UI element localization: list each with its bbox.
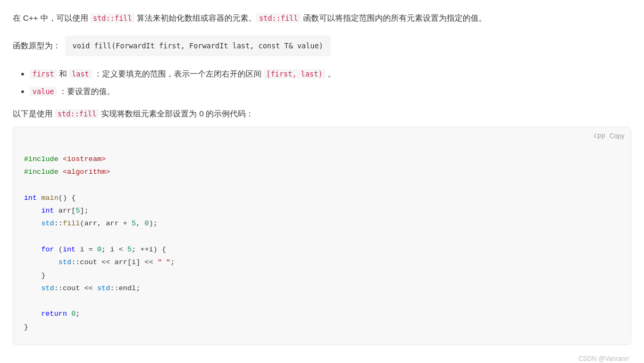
csdn-watermark: CSDN @Vanranrr — [13, 353, 631, 363]
main-content: 在 C++ 中，可以使用 std::fill 算法来初始化数组或容器的元素。st… — [13, 11, 631, 363]
example-intro: 以下是使用 std::fill 实现将数组元素全部设置为 0 的示例代码： — [13, 107, 631, 121]
stdfill-inline-2: std::fill — [256, 13, 300, 23]
param-first-code: first — [30, 69, 57, 79]
func-prototype-label: 函数原型为： void fill(ForwardIt first, Forwar… — [13, 33, 631, 63]
func-sig: void fill(ForwardIt first, ForwardIt las… — [65, 36, 330, 56]
param-first-last: first 和 last ：定义要填充的范围，表示一个左闭右开的区间 [firs… — [30, 67, 631, 81]
param-and: 和 — [59, 69, 69, 78]
param-value-desc: ：要设置的值。 — [59, 87, 115, 96]
intro-paragraph: 在 C++ 中，可以使用 std::fill 算法来初始化数组或容器的元素。st… — [13, 11, 631, 25]
code-block: #include <iostream> #include <algorithm>… — [13, 145, 631, 344]
code-block-wrapper: cpp Copy #include <iostream> #include <a… — [13, 126, 631, 345]
param-first-last-desc: ：定义要填充的范围，表示一个左闭右开的区间 — [94, 69, 264, 78]
param-first-last-end: 。 — [328, 69, 336, 78]
param-range-code: [first, last) — [264, 69, 325, 79]
param-value-code: value — [30, 87, 57, 96]
code-block-header: cpp Copy — [13, 127, 631, 144]
params-list: first 和 last ：定义要填充的范围，表示一个左闭右开的区间 [firs… — [30, 67, 631, 98]
param-value: value ：要设置的值。 — [30, 85, 631, 98]
stdfill-inline-3: std::fill — [55, 109, 99, 119]
code-lang-label: cpp — [593, 130, 605, 141]
stdfill-inline-1: std::fill — [90, 13, 135, 23]
copy-button[interactable]: Copy — [609, 132, 624, 140]
param-last-code: last — [69, 69, 92, 79]
